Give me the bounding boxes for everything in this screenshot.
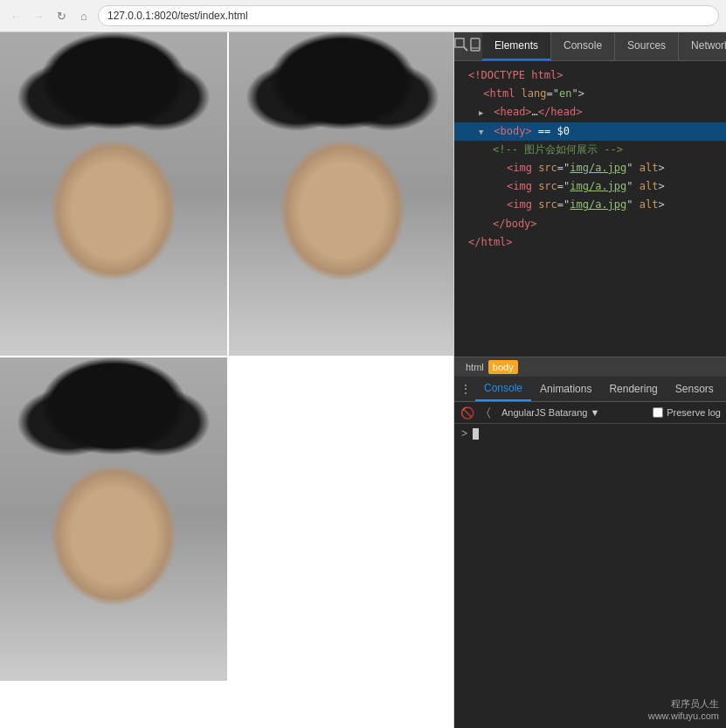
console-tab-console[interactable]: Console: [475, 377, 531, 401]
body-tag: <body>: [494, 125, 531, 137]
img1-q: ": [626, 162, 639, 174]
breadcrumb-bar: html body: [454, 357, 726, 377]
console-tabs-row: ⋮ Console Animations Rendering Sensors: [454, 377, 726, 402]
head-ellipsis: …: [532, 106, 538, 118]
breadcrumb-body[interactable]: body: [488, 360, 518, 374]
svg-line-1: [464, 47, 467, 51]
photo-face-1: [0, 32, 227, 356]
triangle-head: ▶: [479, 107, 487, 119]
photo-face-3: [0, 357, 227, 681]
img1-eq: =": [557, 162, 570, 174]
doctype-text: <!DOCTYPE html>: [468, 69, 563, 81]
img3-alt-attr: alt: [640, 198, 659, 211]
img3-q: ": [626, 198, 639, 211]
lang-value: en: [559, 87, 571, 100]
photo-face-2: [229, 32, 454, 356]
img1-open: <img: [507, 162, 538, 174]
devtools-panel: Elements Console Sources Network <!DOCTY…: [454, 32, 726, 728]
img2-alt-attr: alt: [640, 180, 659, 192]
console-prompt: >: [461, 427, 467, 440]
html-line-body-close[interactable]: </body>: [454, 215, 726, 233]
html-tag: <html: [483, 87, 521, 100]
tab-elements[interactable]: Elements: [482, 32, 551, 60]
img2-eq: =": [557, 180, 570, 192]
img2-close: >: [658, 180, 664, 192]
img2-src-val: img/a.jpg: [570, 180, 626, 192]
img1-close: >: [658, 162, 664, 174]
filter-text: AngularJS Batarang ▼: [501, 407, 599, 418]
lang-attr: lang: [522, 87, 547, 100]
image-1: [0, 32, 227, 356]
img2-q: ": [626, 180, 639, 192]
filter-dropdown[interactable]: AngularJS Batarang ▼: [501, 407, 599, 418]
triangle-body: ▼: [479, 126, 487, 138]
no-entry-icon[interactable]: 🚫: [460, 405, 475, 420]
equals: =": [547, 87, 559, 100]
browser-toolbar: ← → ↻ ⌂: [0, 0, 726, 31]
img1-alt-attr: alt: [640, 162, 659, 174]
head-close: </head>: [538, 106, 583, 118]
tab-sources[interactable]: Sources: [615, 32, 679, 60]
img2-src-attr: src: [538, 180, 557, 192]
images-grid: [0, 32, 453, 681]
address-bar[interactable]: [98, 5, 719, 26]
html-line-head[interactable]: ▶ <head>…</head>: [454, 103, 726, 121]
comment-text: <!-- 图片会如何展示 -->: [493, 143, 623, 156]
img2-open: <img: [507, 180, 538, 192]
console-input-row: >: [454, 424, 726, 443]
back-button[interactable]: ←: [7, 7, 24, 24]
html-close-tag: </html>: [468, 236, 513, 248]
browser-chrome: ← → ↻ ⌂: [0, 0, 726, 32]
console-tab-sensors[interactable]: Sensors: [667, 378, 723, 400]
preserve-log-label: Preserve log: [667, 407, 721, 418]
img3-src-attr: src: [538, 198, 557, 211]
filter-icon[interactable]: 〈: [481, 405, 496, 420]
body-close-tag: </body>: [493, 218, 537, 230]
image-4-empty: [229, 357, 454, 681]
img3-eq: =": [557, 198, 570, 211]
console-cursor: [473, 428, 479, 440]
html-line-img2[interactable]: <img src="img/a.jpg" alt>: [454, 177, 726, 196]
close-quote: ">: [571, 87, 584, 100]
inspect-icon[interactable]: [454, 32, 468, 57]
html-line-html[interactable]: <html lang="en">: [454, 85, 726, 103]
tab-network[interactable]: Network: [679, 32, 726, 60]
img1-src-val: img/a.jpg: [570, 162, 626, 174]
more-tabs-icon[interactable]: ⋮: [460, 382, 472, 396]
img1-src-attr: src: [538, 162, 557, 174]
preserve-log-container: Preserve log: [653, 407, 721, 418]
devtools-spacer: 程序员人生 www.wifuyu.com: [454, 443, 726, 728]
image-3: [0, 357, 227, 681]
img3-open: <img: [507, 198, 538, 211]
html-line-html-close[interactable]: </html>: [454, 233, 726, 252]
home-button[interactable]: ⌂: [75, 7, 93, 24]
body-equals: == $0: [538, 125, 570, 137]
html-line-comment[interactable]: <!-- 图片会如何展示 -->: [454, 141, 726, 159]
html-line-doctype[interactable]: <!DOCTYPE html>: [454, 66, 726, 85]
main-content: Elements Console Sources Network <!DOCTY…: [0, 32, 726, 728]
html-line-body[interactable]: ▼ <body> == $0: [454, 122, 726, 141]
elements-content: <!DOCTYPE html> <html lang="en"> ▶ <head…: [454, 61, 726, 357]
svg-rect-2: [471, 38, 480, 51]
html-line-img1[interactable]: <img src="img/a.jpg" alt>: [454, 159, 726, 177]
img3-close: >: [658, 198, 664, 211]
image-2: [229, 32, 454, 356]
preserve-log-checkbox[interactable]: [653, 407, 663, 418]
tab-console[interactable]: Console: [551, 32, 615, 60]
reload-button[interactable]: ↻: [52, 7, 70, 24]
watermark: 程序员人生 www.wifuyu.com: [648, 697, 719, 721]
watermark-line1: 程序员人生: [648, 697, 719, 711]
head-tag: <head>: [494, 106, 531, 118]
svg-rect-0: [455, 38, 464, 47]
html-line-img3[interactable]: <img src="img/a.jpg" alt>: [454, 196, 726, 214]
img3-src-val: img/a.jpg: [570, 198, 626, 211]
device-icon[interactable]: [468, 32, 482, 57]
forward-button[interactable]: →: [30, 7, 47, 24]
devtools-tabs: Elements Console Sources Network: [454, 32, 726, 61]
watermark-line2: www.wifuyu.com: [648, 711, 719, 721]
console-toolbar: 🚫 〈 AngularJS Batarang ▼ Preserve log: [454, 402, 726, 424]
page-view: [0, 32, 454, 728]
console-tab-animations[interactable]: Animations: [531, 378, 600, 400]
console-tab-rendering[interactable]: Rendering: [600, 378, 666, 400]
breadcrumb-html[interactable]: html: [461, 360, 488, 374]
